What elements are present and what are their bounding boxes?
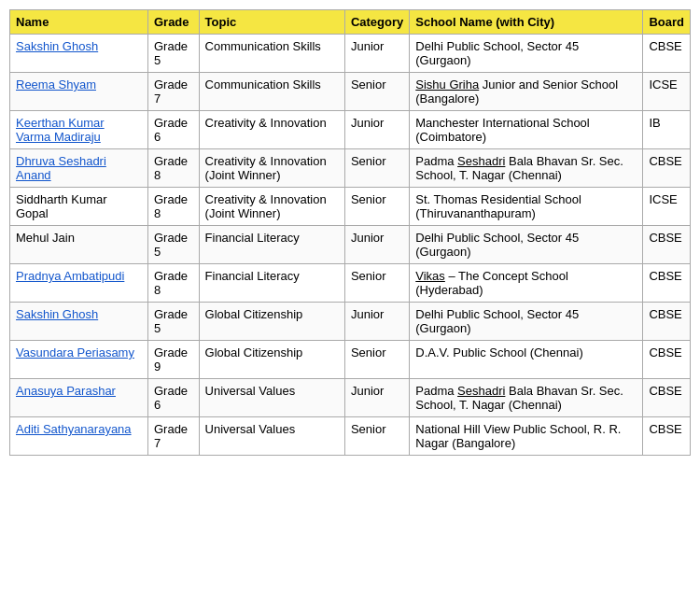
col-header-school: School Name (with City) bbox=[410, 10, 643, 35]
cell-topic: Universal Values bbox=[199, 417, 344, 456]
cell-name: Mehul Jain bbox=[10, 226, 148, 264]
cell-board: CBSE bbox=[643, 35, 691, 73]
cell-school: St. Thomas Residential School (Thiruvana… bbox=[410, 188, 643, 226]
table-row: Mehul JainGrade 5Financial LiteracyJunio… bbox=[10, 226, 691, 264]
cell-school: Manchester International School (Coimbat… bbox=[410, 111, 643, 149]
name-link[interactable]: Pradnya Ambatipudi bbox=[16, 269, 124, 283]
cell-category: Junior bbox=[344, 35, 409, 73]
cell-grade: Grade 9 bbox=[147, 341, 199, 379]
cell-topic: Global Citizenship bbox=[199, 303, 344, 341]
cell-topic: Global Citizenship bbox=[199, 341, 344, 379]
cell-school: Padma Seshadri Bala Bhavan Sr. Sec. Scho… bbox=[410, 149, 643, 188]
cell-grade: Grade 7 bbox=[147, 417, 199, 456]
cell-name[interactable]: Anasuya Parashar bbox=[10, 379, 148, 417]
cell-name[interactable]: Vasundara Periasamy bbox=[10, 341, 148, 379]
cell-grade: Grade 5 bbox=[147, 226, 199, 264]
cell-grade: Grade 6 bbox=[147, 111, 199, 149]
cell-school: Delhi Public School, Sector 45 (Gurgaon) bbox=[410, 35, 643, 73]
table-row: Aditi SathyanarayanaGrade 7Universal Val… bbox=[10, 417, 691, 456]
cell-topic: Creativity & Innovation (Joint Winner) bbox=[199, 149, 344, 188]
name-link[interactable]: Reema Shyam bbox=[16, 78, 96, 92]
name-link[interactable]: Anasuya Parashar bbox=[16, 384, 116, 398]
cell-board: CBSE bbox=[643, 264, 691, 303]
cell-topic: Communication Skills bbox=[199, 35, 344, 73]
col-header-grade: Grade bbox=[147, 10, 199, 35]
cell-school: Vikas – The Concept School (Hyderabad) bbox=[410, 264, 643, 303]
name-link[interactable]: Sakshin Ghosh bbox=[16, 307, 98, 321]
cell-category: Junior bbox=[344, 226, 409, 264]
table-row: Dhruva Seshadri AnandGrade 8Creativity &… bbox=[10, 149, 691, 188]
cell-category: Junior bbox=[344, 111, 409, 149]
cell-school: D.A.V. Public School (Chennai) bbox=[410, 341, 643, 379]
cell-topic: Communication Skills bbox=[199, 73, 344, 111]
cell-category: Senior bbox=[344, 264, 409, 303]
cell-topic: Creativity & Innovation (Joint Winner) bbox=[199, 188, 344, 226]
cell-name[interactable]: Sakshin Ghosh bbox=[10, 35, 148, 73]
cell-category: Senior bbox=[344, 188, 409, 226]
cell-board: ICSE bbox=[643, 73, 691, 111]
cell-category: Senior bbox=[344, 417, 409, 456]
col-header-name: Name bbox=[10, 10, 148, 35]
cell-board: CBSE bbox=[643, 226, 691, 264]
table-row: Pradnya AmbatipudiGrade 8Financial Liter… bbox=[10, 264, 691, 303]
cell-name[interactable]: Pradnya Ambatipudi bbox=[10, 264, 148, 303]
cell-school: Padma Seshadri Bala Bhavan Sr. Sec. Scho… bbox=[410, 379, 643, 417]
cell-board: IB bbox=[643, 111, 691, 149]
cell-category: Senior bbox=[344, 73, 409, 111]
cell-category: Senior bbox=[344, 149, 409, 188]
cell-topic: Financial Literacy bbox=[199, 226, 344, 264]
cell-topic: Universal Values bbox=[199, 379, 344, 417]
table-header-row: Name Grade Topic Category School Name (w… bbox=[10, 10, 691, 35]
name-link[interactable]: Dhruva Seshadri Anand bbox=[16, 154, 106, 182]
name-link[interactable]: Vasundara Periasamy bbox=[16, 345, 134, 359]
name-link[interactable]: Keerthan Kumar Varma Madiraju bbox=[16, 116, 105, 144]
cell-category: Junior bbox=[344, 379, 409, 417]
cell-category: Junior bbox=[344, 303, 409, 341]
cell-name[interactable]: Dhruva Seshadri Anand bbox=[10, 149, 148, 188]
col-header-topic: Topic bbox=[199, 10, 344, 35]
table-row: Sakshin GhoshGrade 5Communication Skills… bbox=[10, 35, 691, 73]
cell-grade: Grade 5 bbox=[147, 35, 199, 73]
cell-name[interactable]: Keerthan Kumar Varma Madiraju bbox=[10, 111, 148, 149]
cell-grade: Grade 5 bbox=[147, 303, 199, 341]
table-row: Vasundara PeriasamyGrade 9Global Citizen… bbox=[10, 341, 691, 379]
cell-grade: Grade 8 bbox=[147, 264, 199, 303]
cell-school: Sishu Griha Junior and Senior School (Ba… bbox=[410, 73, 643, 111]
cell-board: CBSE bbox=[643, 341, 691, 379]
cell-school: Delhi Public School, Sector 45 (Gurgaon) bbox=[410, 226, 643, 264]
cell-grade: Grade 8 bbox=[147, 149, 199, 188]
cell-topic: Financial Literacy bbox=[199, 264, 344, 303]
cell-category: Senior bbox=[344, 341, 409, 379]
cell-school: Delhi Public School, Sector 45 (Gurgaon) bbox=[410, 303, 643, 341]
name-link[interactable]: Aditi Sathyanarayana bbox=[16, 422, 132, 436]
col-header-category: Category bbox=[344, 10, 409, 35]
cell-topic: Creativity & Innovation bbox=[199, 111, 344, 149]
cell-grade: Grade 7 bbox=[147, 73, 199, 111]
cell-board: ICSE bbox=[643, 188, 691, 226]
cell-grade: Grade 6 bbox=[147, 379, 199, 417]
name-link[interactable]: Sakshin Ghosh bbox=[16, 39, 98, 53]
cell-school: National Hill View Public School, R. R. … bbox=[410, 417, 643, 456]
col-header-board: Board bbox=[643, 10, 691, 35]
cell-board: CBSE bbox=[643, 379, 691, 417]
table-row: Reema ShyamGrade 7Communication SkillsSe… bbox=[10, 73, 691, 111]
table-row: Keerthan Kumar Varma MadirajuGrade 6Crea… bbox=[10, 111, 691, 149]
results-table: Name Grade Topic Category School Name (w… bbox=[9, 9, 691, 456]
table-row: Sakshin GhoshGrade 5Global CitizenshipJu… bbox=[10, 303, 691, 341]
cell-board: CBSE bbox=[643, 303, 691, 341]
table-row: Anasuya ParasharGrade 6Universal ValuesJ… bbox=[10, 379, 691, 417]
cell-grade: Grade 8 bbox=[147, 188, 199, 226]
cell-name[interactable]: Aditi Sathyanarayana bbox=[10, 417, 148, 456]
table-row: Siddharth Kumar GopalGrade 8Creativity &… bbox=[10, 188, 691, 226]
cell-name[interactable]: Reema Shyam bbox=[10, 73, 148, 111]
cell-board: CBSE bbox=[643, 417, 691, 456]
cell-name[interactable]: Sakshin Ghosh bbox=[10, 303, 148, 341]
cell-name: Siddharth Kumar Gopal bbox=[10, 188, 148, 226]
cell-board: CBSE bbox=[643, 149, 691, 188]
